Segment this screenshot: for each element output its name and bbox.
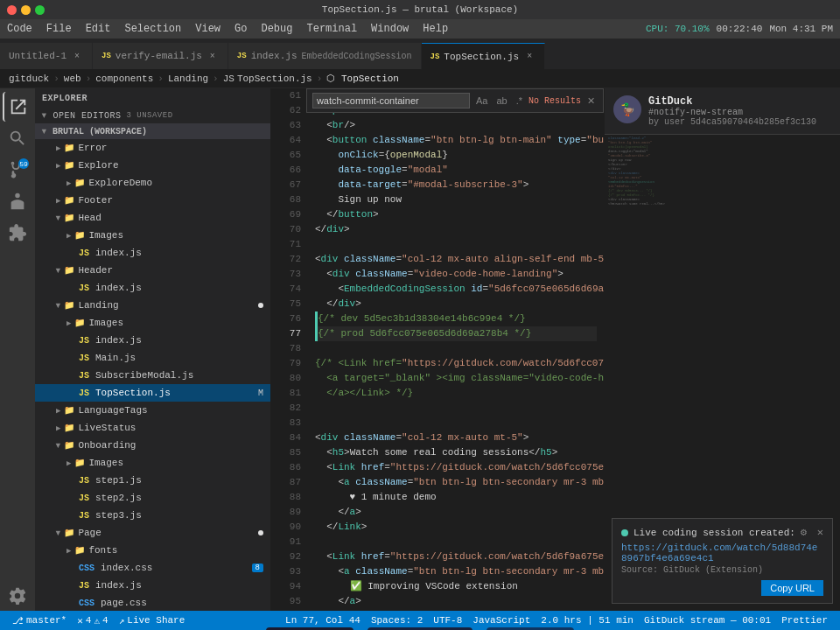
sidebar-item-onboarding-images[interactable]: ▶ 📁 Images <box>35 454 270 472</box>
sidebar-item-step3js[interactable]: JS step3.js <box>35 507 270 524</box>
breadcrumb-gitduck[interactable]: gitduck <box>9 74 49 84</box>
sidebar-item-subscribemodaljs[interactable]: JS SubscribeModal.js <box>35 367 270 384</box>
errors-count: 4 <box>86 615 92 626</box>
sidebar-item-error[interactable]: ▶ 📁 Error <box>35 139 270 157</box>
main-layout: 59 EXPLORER ▶ OPEN EDITORS 3 UNSAVED ▶ B… <box>0 88 840 611</box>
menu-edit[interactable]: Edit <box>86 23 111 35</box>
search-regex-btn[interactable]: .* <box>514 94 525 107</box>
sidebar-item-fonts[interactable]: ▶ 📁 fonts <box>35 542 270 559</box>
sidebar-item-landing[interactable]: ▶ 📁 Landing <box>35 297 270 314</box>
code-scroll[interactable]: 61 62 63 64 65 66 67 68 69 70 71 72 73 7… <box>271 88 604 611</box>
code-line: <a className="btn btn-lg btn-secondary m… <box>315 475 597 490</box>
menu-file[interactable]: File <box>46 23 72 35</box>
sidebar-item-head-images[interactable]: ▶ 📁 Images <box>35 227 270 244</box>
sidebar-item-page-indexjs[interactable]: JS index.js <box>35 577 270 594</box>
sidebar-item-head[interactable]: ▶ 📁 Head <box>35 209 270 227</box>
menu-window[interactable]: Window <box>371 23 409 35</box>
status-gitduck-stream[interactable]: GitDuck stream — 00:01 <box>639 611 776 630</box>
sidebar-item-livestatus[interactable]: ▶ 📁 LiveStatus <box>35 419 270 437</box>
open-editors-label: OPEN EDITORS <box>52 111 121 121</box>
workspace-section[interactable]: ▶ BRUTAL (WORKSPACE) <box>35 123 270 139</box>
menu-help[interactable]: Help <box>423 23 448 35</box>
sidebar-item-header[interactable]: ▶ 📁 Header <box>35 262 270 279</box>
tab-topsection[interactable]: JS TopSection.js × <box>422 43 546 69</box>
sidebar-item-step1js[interactable]: JS step1.js <box>35 472 270 489</box>
tab-close-btn[interactable]: × <box>206 50 219 62</box>
debug-icon-btn[interactable] <box>3 186 32 216</box>
sidebar-item-pagecss[interactable]: CSS page.css <box>35 594 270 611</box>
search-whole-word-btn[interactable]: ab <box>494 94 509 107</box>
breadcrumb-landing[interactable]: Landing <box>168 74 208 84</box>
tab-index[interactable]: JS index.js EmbeddedCodingSession <box>228 43 422 69</box>
menu-go[interactable]: Go <box>234 23 247 35</box>
tab-untitled[interactable]: Untitled-1 × <box>0 43 93 69</box>
gitduck-notification: 🦆 GitDuck #notify-new-stream by user 5d4… <box>605 88 840 135</box>
extensions-icon-btn[interactable] <box>3 218 32 248</box>
sidebar-item-footer[interactable]: ▶ 📁 Footer <box>35 192 270 209</box>
minimize-window-btn[interactable] <box>21 5 31 15</box>
js-file-icon: JS <box>79 476 89 486</box>
copy-url-button[interactable]: Copy URL <box>761 580 823 596</box>
sidebar-item-languagetags[interactable]: ▶ 📁 LanguageTags <box>35 402 270 419</box>
menu-terminal[interactable]: Terminal <box>306 23 357 35</box>
menu-selection[interactable]: Selection <box>124 23 181 35</box>
live-settings-icon[interactable]: ⚙ <box>801 526 807 539</box>
search-input[interactable] <box>312 93 470 108</box>
modified-letter: M <box>258 388 263 398</box>
status-prettier[interactable]: Prettier <box>776 611 833 630</box>
sidebar-item-exploredemo[interactable]: ▶ 📁 ExploreDemo <box>35 174 270 192</box>
folder-icon: 📁 <box>64 213 74 223</box>
live-notif-title: Live coding session created: <box>634 528 795 538</box>
settings-icon-btn[interactable] <box>3 581 32 611</box>
tab-verify-email[interactable]: JS verify-email.js × <box>93 43 228 69</box>
maximize-window-btn[interactable] <box>35 5 45 15</box>
sidebar-item-mainjs[interactable]: JS Main.js <box>35 349 270 367</box>
explorer-label: EXPLORER <box>42 94 88 103</box>
status-errors[interactable]: ✕ 4 ⚠ 4 <box>72 611 113 630</box>
status-git-branch[interactable]: ⎇ master* <box>7 611 72 630</box>
breadcrumb-topsection-file[interactable]: TopSection.js <box>237 74 312 84</box>
folder-icon: 📁 <box>64 143 74 153</box>
git-icon-btn[interactable]: 59 <box>3 155 32 185</box>
search-close-btn[interactable]: ✕ <box>584 94 598 108</box>
tab-close-btn[interactable]: × <box>71 50 83 62</box>
sidebar-item-topsectionjs[interactable]: JS TopSection.js M <box>35 384 270 402</box>
search-match-case-btn[interactable]: Aa <box>473 94 490 107</box>
code-content[interactable]: <br/> <p className="lead-2">GitDuck comb… <box>308 88 604 611</box>
sidebar-item-header-indexjs[interactable]: JS index.js <box>35 279 270 297</box>
live-notif-close-btn[interactable]: ✕ <box>817 526 823 539</box>
video-thumb-2[interactable]: ▶ <box>368 627 472 631</box>
sidebar-item-landing-indexjs[interactable]: JS index.js <box>35 332 270 349</box>
sidebar-item-indexcss[interactable]: CSS index.css 8 <box>35 559 270 577</box>
menu-code[interactable]: Code <box>7 23 32 35</box>
sidebar-item-step2js[interactable]: JS step2.js <box>35 489 270 507</box>
language-label: JavaScript <box>472 615 530 626</box>
video-thumb-3[interactable]: ▶ <box>486 627 574 631</box>
tab-bar: Untitled-1 × JS verify-email.js × JS ind… <box>0 38 840 69</box>
css-file-icon: CSS <box>79 564 94 573</box>
breadcrumb-components[interactable]: components <box>95 74 153 84</box>
sidebar-item-head-indexjs[interactable]: JS index.js <box>35 244 270 262</box>
modified-indicator <box>258 530 263 536</box>
sidebar-item-landing-images[interactable]: ▶ 📁 Images <box>35 314 270 332</box>
explorer-icon-btn[interactable] <box>3 92 32 122</box>
video-thumb-1[interactable]: ▶ <box>266 627 354 631</box>
breadcrumb-web[interactable]: web <box>64 74 81 84</box>
sidebar-item-explore[interactable]: ▶ 📁 Explore <box>35 157 270 174</box>
menu-debug[interactable]: Debug <box>261 23 292 35</box>
menu-view[interactable]: View <box>195 23 220 35</box>
folder-icon: 📁 <box>64 423 74 433</box>
code-line: <Link href="https://gitduck.com/watch/5d… <box>315 460 597 475</box>
folder-icon: 📁 <box>64 405 74 416</box>
search-overlay: Aa ab .* No Results ✕ <box>306 88 604 113</box>
sidebar-item-page[interactable]: ▶ 📁 Page <box>35 524 270 542</box>
open-editors-section[interactable]: ▶ OPEN EDITORS 3 UNSAVED <box>35 108 270 123</box>
js-file-icon: JS <box>79 284 89 293</box>
status-live-share[interactable]: ↗ Live Share <box>114 611 191 630</box>
js-file-icon: JS <box>79 336 89 346</box>
sidebar-item-onboarding[interactable]: ▶ 📁 Onboarding <box>35 437 270 454</box>
tab-close-btn[interactable]: × <box>523 51 536 63</box>
search-icon-btn[interactable] <box>3 123 32 153</box>
close-window-btn[interactable] <box>7 5 17 15</box>
breadcrumb-topsection-symbol[interactable]: ⬡ TopSection <box>326 73 399 84</box>
